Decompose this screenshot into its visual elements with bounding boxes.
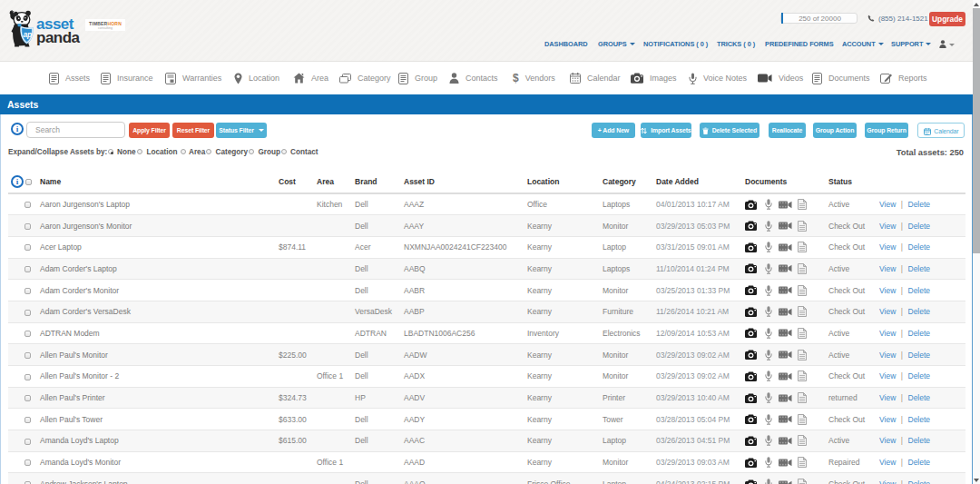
svg-text:ap: ap [23, 30, 32, 39]
